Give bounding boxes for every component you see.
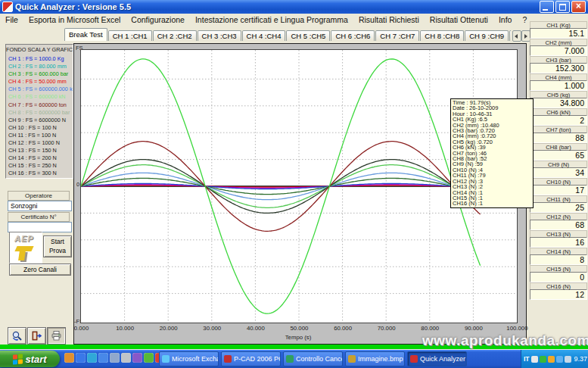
plot-area[interactable]: Time : 91.79(s)Date : 26-10-2009Hour : 1… — [80, 49, 518, 323]
chart-area[interactable]: FS 0 -FS Time : 91.79(s)Date : 26-10-200… — [73, 43, 527, 345]
value-label-ch15: CH15 (N) — [530, 265, 587, 272]
tab-ch5[interactable]: CH 5 :CH5 — [286, 30, 330, 41]
tab-ch6[interactable]: CH 6 :CH6 — [331, 30, 375, 41]
start-prova-button[interactable]: Start Prova — [43, 235, 72, 257]
start-button[interactable]: start — [0, 351, 60, 367]
messenger-icon[interactable] — [87, 353, 97, 363]
tab-strip: Break TestCH 1 :CH1CH 2 :CH2CH 3 :CH3CH … — [64, 28, 511, 41]
tab-ch7[interactable]: CH 7 :CH7 — [375, 30, 419, 41]
tab-ch1[interactable]: CH 1 :CH1 — [108, 30, 152, 41]
x-tick-1: 0.000 — [60, 325, 103, 332]
cursor-tooltip: Time : 91.79(s)Date : 26-10-2009Hour : 1… — [450, 98, 534, 208]
task-button-label: P-CAD 2006 PCB - [6... — [234, 355, 281, 363]
outlook-icon[interactable] — [64, 353, 74, 363]
value-label-ch12: CH12 (N) — [530, 213, 587, 220]
quick-launch-bar — [64, 353, 165, 363]
fs-channel-2: CH 2 : FS = 80.000 mm — [6, 63, 73, 70]
media-player-icon[interactable] — [132, 353, 142, 363]
fs-channel-4: CH 4 : FS = 50.000 mm — [6, 78, 73, 86]
tab-ch2[interactable]: CH 2 :CH2 — [153, 30, 197, 41]
fs-channel-15: CH 15 : FS = 250 N — [6, 162, 73, 170]
antivirus-icon[interactable] — [540, 356, 546, 363]
menu-item-4[interactable]: Intestazione certificati e Lingua Progra… — [190, 15, 353, 24]
value-box-ch2: 7.000 — [530, 45, 587, 56]
x-tick-2: 10.000 — [104, 325, 147, 332]
task-button-3[interactable]: Controllo Cancelli - Mi... — [283, 351, 343, 366]
menu-item-1[interactable]: File — [0, 15, 23, 24]
task-button-1[interactable]: Microsoft Exchange - ... — [159, 351, 219, 366]
taskbar: start Microsoft Exchange - ...P-CAD 2006… — [0, 350, 588, 368]
channel-values-panel: CH1 (Kg)15.1CH2 (mm)7.000CH3 (bar)152.30… — [530, 21, 587, 300]
x-tick-7: 60.000 — [322, 325, 365, 332]
zoom-reset-button[interactable] — [8, 327, 26, 345]
exit-button[interactable] — [27, 327, 46, 345]
value-box-ch7: 88 — [530, 133, 587, 143]
value-label-ch10: CH10 (N) — [530, 178, 587, 185]
value-box-ch12: 68 — [530, 220, 587, 230]
fs-channel-6: CH 6 : FS = 600000 kN — [6, 93, 73, 101]
restore-icon[interactable] — [555, 1, 570, 13]
value-box-ch6: 2 — [530, 115, 587, 126]
menu-item-6[interactable]: Risultati Ottenuti — [425, 15, 493, 24]
close-icon[interactable] — [571, 1, 586, 13]
document-icon[interactable] — [110, 353, 120, 363]
menu-item-3[interactable]: Configurazione — [126, 15, 190, 24]
value-box-ch13: 16 — [530, 237, 587, 248]
battery-icon[interactable] — [565, 356, 571, 363]
menu-item-5[interactable]: Risultati Richiesti — [353, 15, 425, 24]
task-button-icon-5 — [410, 355, 418, 363]
value-box-ch15: 0 — [530, 272, 587, 282]
menu-item-2[interactable]: Esporta in Microsoft Excel — [23, 15, 126, 24]
system-tray: IT 9.37 — [521, 350, 588, 368]
zoom-reset-icon — [11, 330, 23, 341]
title-bar[interactable]: Quick Analyzer : Versione 5.5 — [0, 0, 588, 14]
tab-ch3[interactable]: CH 3 :CH3 — [198, 30, 241, 41]
update-icon[interactable] — [548, 356, 555, 363]
value-label-ch1: CH1 (Kg) — [530, 21, 587, 28]
network-icon[interactable] — [556, 356, 563, 363]
tab-ch10[interactable]: CH 10 :CH10 — [509, 30, 511, 41]
x-tick-10: 90.000 — [452, 325, 495, 332]
task-button-icon-3 — [286, 355, 294, 363]
task-button-4[interactable]: Immagine.bmp - Paint — [345, 351, 405, 366]
zero-canali-button[interactable]: Zero Canali — [9, 264, 71, 276]
tab-ch4[interactable]: CH 4 :CH4 — [242, 30, 286, 41]
chrome-icon[interactable] — [144, 353, 154, 363]
tab-ch8[interactable]: CH 8 :CH8 — [420, 30, 464, 41]
fs-channel-13: CH 13 : FS = 150 N — [6, 147, 73, 154]
minimize-icon[interactable] — [540, 1, 554, 13]
value-label-ch3: CH3 (bar) — [530, 56, 587, 63]
tooltip-line-19: CH16 (N) :1 — [453, 201, 531, 206]
fs-channel-11: CH 11 : FS = 100 N — [6, 132, 73, 139]
x-tick-9: 80.000 — [409, 325, 452, 332]
notepad-icon[interactable] — [121, 353, 131, 363]
tray-clock[interactable]: 9.37 — [574, 355, 588, 363]
fs-channel-10: CH 10 : FS = 100 N — [6, 124, 73, 132]
x-tick-5: 40.000 — [234, 325, 277, 332]
value-label-ch11: CH11 (N) — [530, 195, 587, 202]
tab-scroll-left-icon[interactable] — [512, 30, 521, 42]
fs-channel-5: CH 5 : FS = 600000.000 kg — [6, 86, 73, 93]
x-tick-6: 50.000 — [278, 325, 321, 332]
fs-channel-8: CH 8 : FS = 6000000 bar — [6, 109, 73, 117]
certificate-input[interactable] — [8, 222, 72, 232]
tray-icons — [531, 356, 571, 363]
value-label-ch5: CH5 (kg) — [530, 91, 587, 98]
task-button-5[interactable]: Quick Analyzer : Versi... — [407, 351, 467, 366]
explorer-icon[interactable] — [98, 353, 108, 363]
y-axis-label-zero: 0 — [76, 181, 79, 188]
menu-item-7[interactable]: Info — [493, 15, 518, 24]
fs-channel-12: CH 12 : FS = 1000 N — [6, 139, 73, 147]
value-box-ch4: 1.000 — [530, 80, 587, 91]
language-indicator[interactable]: IT — [524, 355, 530, 363]
start-button-label: start — [25, 354, 46, 365]
volume-icon[interactable] — [531, 356, 538, 363]
value-label-ch13: CH13 (N) — [530, 230, 587, 237]
task-button-2[interactable]: P-CAD 2006 PCB - [6... — [221, 351, 281, 366]
tab-break-test[interactable]: Break Test — [64, 28, 107, 41]
operator-input[interactable]: Sonzogni — [8, 201, 72, 211]
tab-ch9[interactable]: CH 9 :CH9 — [465, 30, 509, 41]
value-label-ch4: CH4 (mm) — [530, 73, 587, 80]
ie-icon[interactable] — [76, 353, 86, 363]
value-box-ch1: 15.1 — [530, 28, 587, 39]
